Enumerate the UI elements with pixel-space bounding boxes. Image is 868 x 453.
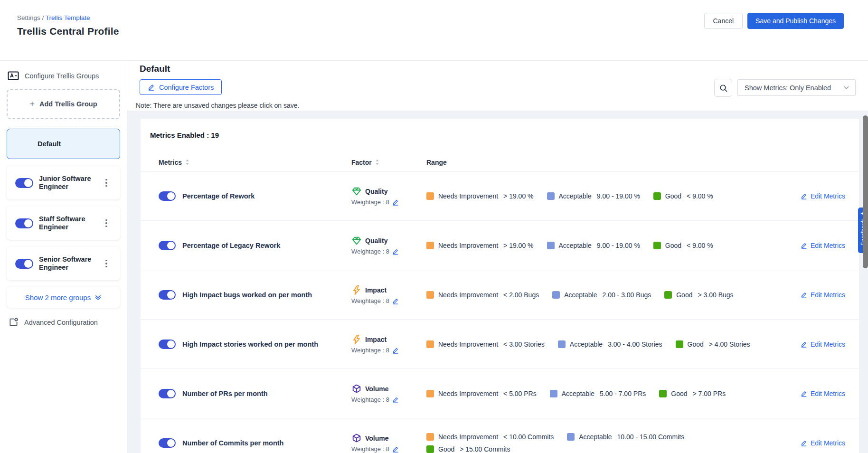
factor-cell: Volume Weightage : 8 [351, 384, 420, 403]
range-level-label: Needs Improvement [438, 242, 498, 249]
sort-icon[interactable] [375, 159, 379, 166]
range-cell: Needs Improvement < 3.00 Stories Accepta… [426, 340, 777, 348]
metric-name: High Impact stories worked on per month [182, 340, 345, 348]
range-chip: Needs Improvement < 3.00 Stories [426, 340, 545, 348]
range-chip: Needs Improvement > 19.00 % [426, 192, 534, 200]
vertical-scrollbar[interactable] [863, 115, 868, 268]
group-enabled-toggle[interactable] [15, 178, 33, 188]
edit-weightage-icon[interactable] [392, 446, 399, 453]
kebab-menu-icon[interactable] [103, 177, 110, 189]
factor-name: Quality [365, 188, 387, 195]
range-level-label: Good [438, 445, 454, 453]
volume-icon [351, 384, 362, 394]
sidebar-group-card[interactable]: Senior Software Engineer [7, 247, 120, 280]
edit-pencil-icon [148, 84, 155, 91]
group-enabled-toggle[interactable] [15, 259, 33, 269]
column-header-metrics[interactable]: Metrics [159, 159, 351, 166]
configure-factors-button[interactable]: Configure Factors [140, 79, 222, 95]
breadcrumb-separator: / [42, 14, 46, 21]
range-level-label: Acceptable [559, 192, 592, 200]
advanced-configuration-link[interactable]: Advanced Configuration [7, 317, 120, 327]
edit-weightage-icon[interactable] [392, 199, 399, 206]
metric-enabled-toggle[interactable] [159, 191, 176, 201]
range-cell: Needs Improvement < 10.00 Commits Accept… [426, 433, 692, 453]
volume-icon [351, 433, 362, 444]
edit-pencil-icon [801, 292, 807, 298]
range-color-swatch [653, 242, 661, 249]
edit-pencil-icon [801, 242, 807, 249]
add-trellis-group-button[interactable]: + Add Trellis Group [7, 89, 120, 119]
edit-weightage-icon[interactable] [392, 298, 399, 304]
cancel-button[interactable]: Cancel [704, 13, 743, 29]
edit-metrics-link[interactable]: Edit Metrics [801, 340, 845, 348]
group-name: Junior Software Engineer [39, 175, 97, 191]
weightage-label: Weightage : 8 [351, 198, 389, 206]
edit-pencil-icon [801, 193, 807, 199]
factor-name: Impact [365, 286, 387, 294]
sidebar-group-card[interactable]: Junior Software Engineer [7, 166, 120, 199]
range-chip: Good < 9.00 % [653, 242, 713, 249]
plus-icon: + [29, 99, 35, 109]
topbar-actions: Cancel Save and Publish Changes [704, 13, 844, 29]
range-level-label: Acceptable [570, 340, 603, 348]
weightage-label: Weightage : 8 [351, 445, 389, 453]
weightage-label: Weightage : 8 [351, 248, 389, 255]
range-chip: Good < 9.00 % [653, 192, 713, 200]
range-value: > 19.00 % [503, 242, 533, 249]
range-color-swatch [659, 390, 667, 397]
sort-icon[interactable] [185, 159, 189, 166]
metric-name: Number of PRs per month [182, 390, 345, 397]
page-title: Trellis Central Profile [17, 26, 119, 37]
range-color-swatch [426, 445, 434, 453]
configure-trellis-groups-header: Configure Trellis Groups [7, 71, 120, 80]
save-and-publish-button[interactable]: Save and Publish Changes [747, 13, 844, 29]
range-value: < 3.00 Stories [503, 340, 545, 348]
show-metrics-dropdown[interactable]: Show Metrics: Only Enabled [737, 79, 856, 96]
kebab-menu-icon[interactable] [103, 258, 110, 270]
metric-enabled-toggle[interactable] [159, 389, 176, 398]
range-value: < 5.00 PRs [503, 390, 537, 397]
search-icon [719, 84, 728, 93]
metric-enabled-toggle[interactable] [159, 241, 176, 250]
factor-cell: Impact Weightage : 8 [351, 334, 420, 354]
edit-metrics-link[interactable]: Edit Metrics [801, 242, 845, 249]
range-chip: Good > 3.00 Bugs [664, 291, 733, 299]
range-color-swatch [547, 192, 555, 200]
search-button[interactable] [714, 79, 732, 97]
edit-pencil-icon [801, 440, 807, 446]
range-color-swatch [653, 192, 661, 200]
metric-enabled-toggle[interactable] [159, 340, 176, 349]
quality-icon [351, 186, 362, 197]
sidebar-group-list: Junior Software Engineer Staff Software … [7, 166, 120, 280]
impact-icon [351, 285, 362, 295]
range-value: > 3.00 Bugs [698, 291, 733, 299]
edit-weightage-icon[interactable] [392, 396, 399, 403]
group-enabled-toggle[interactable] [15, 218, 33, 228]
sidebar-group-card[interactable]: Staff Software Engineer [7, 207, 120, 240]
table-row: High Impact stories worked on per month … [141, 320, 859, 369]
edit-metrics-link[interactable]: Edit Metrics [801, 192, 845, 200]
edit-weightage-icon[interactable] [392, 347, 399, 354]
column-header-factor[interactable]: Factor [351, 159, 426, 166]
edit-weightage-icon[interactable] [392, 248, 399, 255]
kebab-menu-icon[interactable] [103, 217, 110, 229]
range-chip: Needs Improvement < 5.00 PRs [426, 390, 537, 397]
range-chip: Acceptable 2.00 - 3.00 Bugs [552, 291, 651, 299]
edit-metrics-link[interactable]: Edit Metrics [801, 439, 845, 447]
range-color-swatch [426, 242, 434, 249]
double-chevron-down-icon [94, 294, 102, 301]
factor-cell: Impact Weightage : 8 [351, 285, 420, 304]
range-value: < 2.00 Bugs [503, 291, 539, 299]
edit-metrics-link[interactable]: Edit Metrics [801, 390, 845, 397]
breadcrumb: Settings / Trellis Template [17, 14, 90, 21]
breadcrumb-trellis-template[interactable]: Trellis Template [46, 14, 90, 21]
sidebar-item-default[interactable]: Default [7, 129, 120, 159]
range-chip: Acceptable 9.00 - 19.00 % [547, 242, 640, 249]
edit-metrics-link[interactable]: Edit Metrics [801, 291, 845, 299]
breadcrumb-settings[interactable]: Settings [17, 14, 40, 21]
metric-enabled-toggle[interactable] [159, 290, 176, 300]
range-level-label: Acceptable [559, 242, 592, 249]
range-chip: Needs Improvement < 10.00 Commits [426, 433, 554, 441]
metric-enabled-toggle[interactable] [159, 438, 176, 448]
show-more-groups-button[interactable]: Show 2 more groups [7, 287, 120, 308]
